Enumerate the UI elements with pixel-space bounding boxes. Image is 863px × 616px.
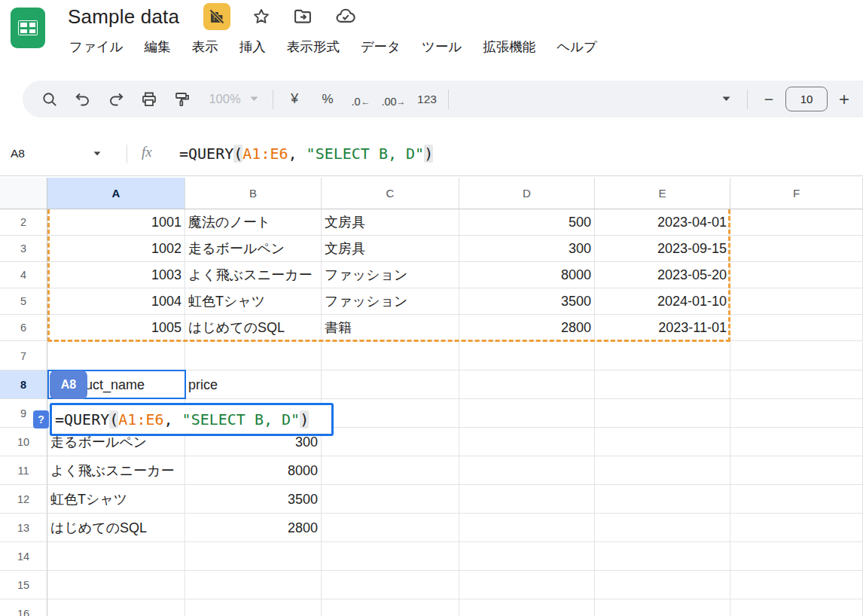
cell-F7[interactable] bbox=[730, 342, 863, 371]
column-header-D[interactable]: D bbox=[459, 178, 595, 209]
undo-button[interactable] bbox=[66, 86, 99, 113]
cell-C11[interactable] bbox=[322, 456, 459, 485]
document-title[interactable]: Sample data bbox=[68, 5, 179, 29]
cell-D7[interactable] bbox=[459, 342, 595, 371]
column-header-A[interactable]: A bbox=[47, 178, 185, 209]
building-slash-badge[interactable] bbox=[203, 3, 230, 30]
row-header-10[interactable]: 10 bbox=[0, 428, 47, 456]
cell-F8[interactable] bbox=[730, 371, 863, 399]
menu-item-7[interactable]: 拡張機能 bbox=[483, 38, 535, 56]
menu-item-5[interactable]: データ bbox=[361, 38, 401, 56]
menu-item-0[interactable]: ファイル bbox=[69, 38, 124, 56]
menu-item-4[interactable]: 表示形式 bbox=[287, 38, 340, 56]
cell-C12[interactable] bbox=[322, 485, 459, 514]
column-header-F[interactable]: F bbox=[730, 178, 863, 209]
zoom-selector[interactable]: 100% bbox=[199, 92, 268, 106]
increase-decimal-button[interactable]: .00 → bbox=[377, 86, 410, 113]
cell-E8[interactable] bbox=[595, 371, 730, 399]
cell-E15[interactable] bbox=[595, 571, 730, 599]
menu-item-6[interactable]: ツール bbox=[422, 38, 462, 56]
cell-D8[interactable] bbox=[459, 371, 595, 399]
menu-item-8[interactable]: ヘルプ bbox=[557, 38, 597, 56]
cell-D9[interactable] bbox=[459, 399, 595, 428]
cell-F4[interactable] bbox=[730, 262, 863, 288]
cell-D12[interactable] bbox=[459, 485, 595, 514]
cell-E14[interactable] bbox=[595, 542, 730, 571]
decrease-decimal-button[interactable]: .0 ← bbox=[344, 86, 377, 113]
search-button[interactable] bbox=[33, 86, 66, 113]
cell-A15[interactable] bbox=[47, 571, 185, 599]
chevron-down-icon[interactable] bbox=[93, 151, 101, 156]
cell-E13[interactable] bbox=[595, 514, 730, 542]
cell-E10[interactable] bbox=[595, 428, 730, 456]
save-status[interactable] bbox=[334, 5, 357, 28]
cell-D14[interactable] bbox=[459, 542, 595, 571]
cell-B7[interactable] bbox=[185, 342, 322, 371]
column-header-E[interactable]: E bbox=[595, 178, 730, 209]
cell-D15[interactable] bbox=[459, 571, 595, 599]
cell-A13[interactable]: はじめてのSQL bbox=[47, 514, 185, 542]
cell-F15[interactable] bbox=[730, 571, 863, 599]
cell-B16[interactable] bbox=[185, 599, 322, 616]
cell-F12[interactable] bbox=[730, 485, 863, 514]
cell-C7[interactable] bbox=[322, 342, 459, 371]
cell-E11[interactable] bbox=[595, 456, 730, 485]
row-header-14[interactable]: 14 bbox=[0, 542, 47, 571]
row-header-13[interactable]: 13 bbox=[0, 514, 47, 542]
cell-C13[interactable] bbox=[322, 514, 459, 542]
column-header-B[interactable]: B bbox=[185, 178, 322, 209]
sheets-logo[interactable] bbox=[11, 8, 45, 48]
row-header-15[interactable]: 15 bbox=[0, 571, 47, 599]
formula-input[interactable]: =QUERY(A1:E6, "SELECT B, D") bbox=[179, 132, 433, 175]
cell-F14[interactable] bbox=[730, 542, 863, 571]
cell-F16[interactable] bbox=[730, 599, 863, 616]
cell-A7[interactable] bbox=[47, 342, 185, 371]
cell-F11[interactable] bbox=[730, 456, 863, 485]
menu-item-2[interactable]: 表示 bbox=[192, 38, 218, 56]
cell-A12[interactable]: 虹色Tシャツ bbox=[47, 485, 185, 514]
cell-D13[interactable] bbox=[459, 514, 595, 542]
row-header-4[interactable]: 4 bbox=[0, 262, 47, 288]
cell-C15[interactable] bbox=[322, 571, 459, 599]
font-family-selector[interactable] bbox=[453, 96, 743, 102]
cell-E16[interactable] bbox=[595, 599, 730, 616]
formula-help-button[interactable]: ? bbox=[33, 410, 49, 428]
cell-B8[interactable]: price bbox=[185, 371, 322, 399]
cell-F6[interactable] bbox=[730, 315, 863, 341]
redo-button[interactable] bbox=[99, 86, 133, 113]
cell-B15[interactable] bbox=[185, 571, 322, 599]
cell-C8[interactable] bbox=[322, 371, 459, 399]
cell-B14[interactable] bbox=[185, 542, 322, 571]
cell-F13[interactable] bbox=[730, 514, 863, 542]
cell-A14[interactable] bbox=[47, 542, 185, 571]
cell-D16[interactable] bbox=[459, 599, 595, 616]
menu-item-3[interactable]: 挿入 bbox=[239, 38, 266, 56]
in-cell-formula-editor[interactable]: =QUERY(A1:E6, "SELECT B, D") bbox=[50, 403, 334, 436]
cell-F5[interactable] bbox=[730, 288, 863, 315]
format-percent-button[interactable]: % bbox=[311, 86, 344, 113]
cell-E12[interactable] bbox=[595, 485, 730, 514]
cell-E7[interactable] bbox=[595, 342, 730, 371]
cell-D10[interactable] bbox=[459, 428, 595, 456]
row-header-6[interactable]: 6 bbox=[0, 315, 47, 341]
cell-C14[interactable] bbox=[322, 542, 459, 571]
select-all-corner[interactable] bbox=[0, 178, 47, 209]
format-currency-button[interactable]: ¥ bbox=[278, 86, 311, 113]
cell-F10[interactable] bbox=[730, 428, 863, 456]
decrease-font-size-button[interactable]: − bbox=[752, 86, 785, 113]
row-header-12[interactable]: 12 bbox=[0, 485, 47, 514]
column-header-C[interactable]: C bbox=[322, 178, 459, 209]
cell-B11[interactable]: 8000 bbox=[185, 456, 322, 485]
increase-font-size-button[interactable]: + bbox=[828, 86, 861, 113]
cell-F2[interactable] bbox=[730, 209, 863, 236]
cell-D11[interactable] bbox=[459, 456, 595, 485]
row-header-2[interactable]: 2 bbox=[0, 209, 47, 236]
row-header-5[interactable]: 5 bbox=[0, 288, 47, 315]
paint-format-button[interactable] bbox=[166, 86, 199, 113]
cell-E9[interactable] bbox=[595, 399, 730, 428]
star-button[interactable] bbox=[252, 7, 271, 26]
cell-A11[interactable]: よく飛ぶスニーカー bbox=[47, 456, 185, 485]
cell-F9[interactable] bbox=[730, 399, 863, 428]
row-header-3[interactable]: 3 bbox=[0, 236, 47, 262]
cell-C9[interactable] bbox=[322, 399, 459, 428]
